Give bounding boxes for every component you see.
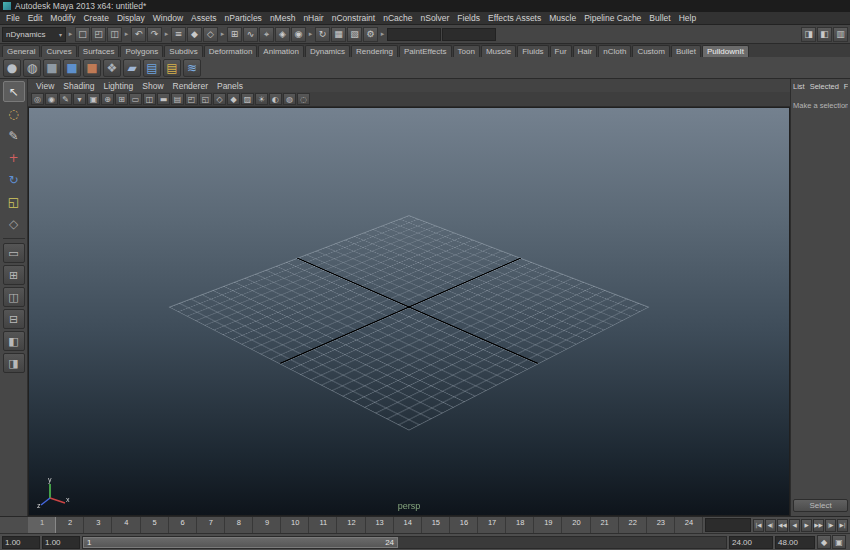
shelf-clay-cube-icon[interactable]: ■	[83, 59, 101, 77]
lighting-icon[interactable]: ☀	[255, 93, 268, 105]
numeric-input-field[interactable]	[442, 28, 496, 41]
rotate-tool-icon[interactable]: ↻	[3, 169, 25, 190]
range-slider-track[interactable]: 1 24	[82, 536, 727, 549]
paint-select-tool-icon[interactable]: ✎	[3, 125, 25, 146]
shelf-tab[interactable]: Muscle	[481, 45, 516, 57]
shelf-tab[interactable]: Custom	[632, 45, 670, 57]
snap-to-curve-icon[interactable]: ∿	[243, 27, 258, 42]
show-channel-box-icon[interactable]: ▥	[833, 27, 848, 42]
select-hierarchy-icon[interactable]: ≡	[171, 27, 186, 42]
shelf-tab[interactable]: Dynamics	[305, 45, 350, 57]
shelf-cube-icon[interactable]: ■	[43, 59, 61, 77]
menu-set-selector[interactable]: nDynamics ▾	[2, 27, 66, 42]
persp-graph-layout-button[interactable]: ⊟	[3, 309, 25, 329]
panel-menu-item[interactable]: Show	[138, 81, 167, 91]
save-scene-icon[interactable]: ◫	[107, 27, 122, 42]
select-button[interactable]: Select	[793, 499, 848, 512]
panel-menu-item[interactable]: Panels	[213, 81, 247, 91]
quick-select-field[interactable]	[387, 28, 441, 41]
step-back-key-button[interactable]: ◀◀	[777, 519, 788, 532]
single-pane-layout-button[interactable]: ▭	[3, 243, 25, 263]
field-chart-icon[interactable]: ▤	[171, 93, 184, 105]
go-to-end-button[interactable]: ▶|	[837, 519, 848, 532]
menu-item[interactable]: Create	[79, 13, 113, 23]
shelf-tab[interactable]: Deformation	[204, 45, 258, 57]
select-component-icon[interactable]: ◇	[203, 27, 218, 42]
menu-item[interactable]: Muscle	[545, 13, 580, 23]
channel-box-menu-item[interactable]: List	[793, 82, 805, 91]
shelf-wave-icon[interactable]: ≋	[183, 59, 201, 77]
two-d-pan-zoom-icon[interactable]: ⊕	[101, 93, 114, 105]
channel-box-menu-item[interactable]: Selected	[810, 82, 839, 91]
last-tool-icon[interactable]: ◇	[3, 213, 25, 234]
menu-item[interactable]: Window	[149, 13, 187, 23]
shelf-tab[interactable]: Rendering	[351, 45, 398, 57]
shelf-tab[interactable]: Fur	[550, 45, 572, 57]
panel-menu-item[interactable]: View	[32, 81, 58, 91]
menu-item[interactable]: nParticles	[221, 13, 266, 23]
menu-item[interactable]: nHair	[299, 13, 327, 23]
step-back-frame-button[interactable]: ◀|	[765, 519, 776, 532]
panel-menu-item[interactable]: Shading	[59, 81, 98, 91]
select-tool-icon[interactable]: ↖	[3, 81, 25, 102]
menu-item[interactable]: File	[2, 13, 24, 23]
menu-item[interactable]: nSolver	[416, 13, 453, 23]
snap-to-point-icon[interactable]: ⌖	[259, 27, 274, 42]
redo-icon[interactable]: ↷	[147, 27, 162, 42]
shelf-tab[interactable]: Polygons	[120, 45, 163, 57]
shelf-tab[interactable]: General	[2, 45, 40, 57]
shadows-icon[interactable]: ◐	[269, 93, 282, 105]
textured-icon[interactable]: ▨	[241, 93, 254, 105]
menu-item[interactable]: Modify	[46, 13, 79, 23]
lasso-tool-icon[interactable]: ◌	[3, 103, 25, 124]
shelf-tab[interactable]: PulldownIt	[702, 45, 749, 57]
group-collapser-icon[interactable]: ▸	[379, 30, 386, 38]
menu-item[interactable]: Edit	[24, 13, 47, 23]
group-collapser-icon[interactable]: ▸	[163, 30, 170, 38]
safe-title-icon[interactable]: ◱	[199, 93, 212, 105]
render-icon[interactable]: ▦	[331, 27, 346, 42]
current-time-field[interactable]	[705, 518, 751, 532]
play-backwards-button[interactable]: ◀	[789, 519, 800, 532]
wireframe-icon[interactable]: ◇	[213, 93, 226, 105]
shelf-tab[interactable]: Animation	[258, 45, 304, 57]
shaded-icon[interactable]: ◆	[227, 93, 240, 105]
shelf-tab[interactable]: Subdivs	[164, 45, 202, 57]
show-attribute-editor-icon[interactable]: ◨	[801, 27, 816, 42]
ipr-render-icon[interactable]: ▧	[347, 27, 362, 42]
shelf-shatter-icon[interactable]: ❖	[103, 59, 121, 77]
shelf-tab[interactable]: Bullet	[671, 45, 701, 57]
menu-item[interactable]: Pipeline Cache	[580, 13, 645, 23]
panel-menu-item[interactable]: Renderer	[169, 81, 212, 91]
hypershade-persp-layout-button[interactable]: ◧	[3, 331, 25, 351]
panel-menu-item[interactable]: Lighting	[99, 81, 137, 91]
menu-item[interactable]: nMesh	[266, 13, 300, 23]
new-scene-icon[interactable]: □	[75, 27, 90, 42]
snap-to-grid-icon[interactable]: ⊞	[227, 27, 242, 42]
menu-item[interactable]: nConstraint	[328, 13, 379, 23]
isolate-select-icon[interactable]: ◌	[297, 93, 310, 105]
group-collapser-icon[interactable]: ▸	[67, 30, 74, 38]
shelf-sphere-icon[interactable]: ●	[3, 59, 21, 77]
playhead[interactable]	[28, 517, 56, 533]
menu-item[interactable]: Fields	[453, 13, 484, 23]
open-scene-icon[interactable]: ◰	[91, 27, 106, 42]
make-live-icon[interactable]: ◉	[291, 27, 306, 42]
playback-end-field[interactable]: 24.00	[729, 536, 773, 549]
gate-mask-icon[interactable]: ▬	[157, 93, 170, 105]
shelf-stack-gold-icon[interactable]: ▤	[163, 59, 181, 77]
resolution-gate-icon[interactable]: ◫	[143, 93, 156, 105]
shelf-tab[interactable]: Hair	[573, 45, 598, 57]
shelf-tab[interactable]: PaintEffects	[399, 45, 452, 57]
playback-start-field[interactable]: 1.00	[42, 536, 80, 549]
shelf-stack-blue-icon[interactable]: ▤	[143, 59, 161, 77]
grid-toggle-icon[interactable]: ⊞	[115, 93, 128, 105]
xray-icon[interactable]: ◍	[283, 93, 296, 105]
render-settings-icon[interactable]: ⚙	[363, 27, 378, 42]
image-plane-icon[interactable]: ▣	[87, 93, 100, 105]
menu-item[interactable]: Assets	[187, 13, 221, 23]
time-slider-track[interactable]: 123456789101112131415161718192021222324	[28, 517, 703, 533]
play-forwards-button[interactable]: ▶	[801, 519, 812, 532]
safe-action-icon[interactable]: ◰	[185, 93, 198, 105]
animation-start-field[interactable]: 1.00	[2, 536, 40, 549]
